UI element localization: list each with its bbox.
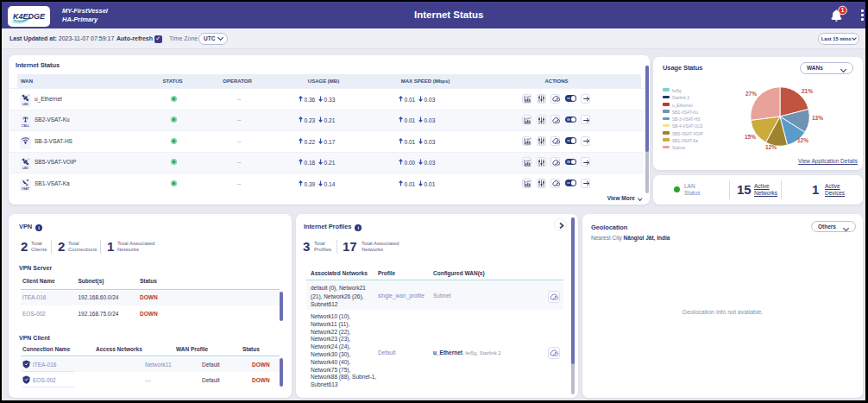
svg-text:LEO: LEO xyxy=(22,103,28,106)
svg-text:CELL: CELL xyxy=(22,123,28,127)
svg-text:VSAT: VSAT xyxy=(22,187,28,191)
svg-text:1: 1 xyxy=(841,7,845,13)
svg-text:LEO: LEO xyxy=(22,166,28,169)
